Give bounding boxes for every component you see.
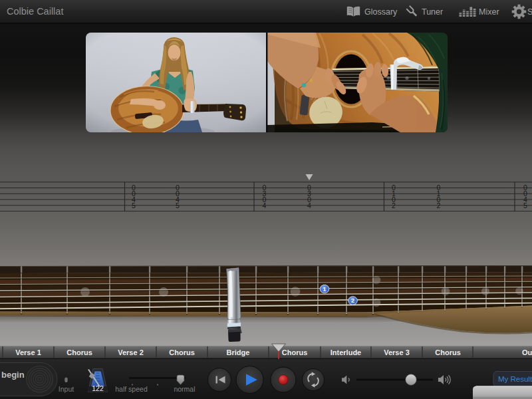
- svg-text:Song: Song: [527, 7, 532, 17]
- svg-text:begin: begin: [1, 370, 25, 380]
- svg-text:2: 2: [392, 201, 396, 209]
- svg-text:Bridge: Bridge: [227, 348, 250, 356]
- svg-text:half speed: half speed: [115, 385, 148, 393]
- svg-text:5: 5: [132, 201, 136, 209]
- svg-text:4: 4: [263, 201, 267, 209]
- svg-text:Glossary: Glossary: [364, 7, 398, 17]
- svg-text:Chorus: Chorus: [435, 348, 461, 356]
- svg-text:Colbie Caillat: Colbie Caillat: [7, 6, 63, 17]
- svg-text:1: 1: [323, 286, 326, 293]
- svg-text:Chorus: Chorus: [66, 348, 92, 356]
- svg-text:Mixer: Mixer: [479, 7, 499, 17]
- svg-text:Verse 1: Verse 1: [15, 348, 41, 356]
- svg-text:Verse 3: Verse 3: [384, 348, 410, 356]
- svg-text:5: 5: [523, 201, 527, 209]
- svg-text:normal: normal: [174, 385, 195, 393]
- svg-text:2: 2: [437, 201, 441, 209]
- svg-text:My Results: My Results: [498, 375, 532, 383]
- svg-text:5: 5: [176, 201, 180, 209]
- svg-text:122: 122: [92, 384, 104, 392]
- svg-text:Verse 2: Verse 2: [118, 348, 144, 356]
- svg-text:Chorus: Chorus: [169, 348, 195, 356]
- svg-text:Interlude: Interlude: [331, 348, 361, 356]
- svg-text:2: 2: [351, 297, 354, 304]
- svg-text:4: 4: [307, 201, 311, 209]
- svg-text:Tuner: Tuner: [422, 7, 443, 17]
- svg-text:Input: Input: [59, 385, 74, 393]
- svg-text:Outro: Outro: [522, 348, 532, 356]
- svg-text:Chorus: Chorus: [282, 348, 308, 356]
